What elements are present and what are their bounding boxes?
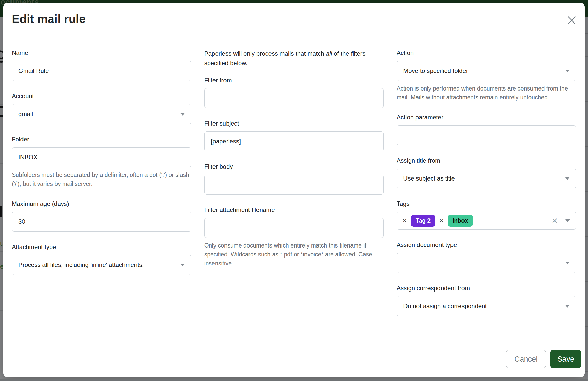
maximum-age-label: Maximum age (days) bbox=[12, 200, 191, 208]
assign-correspondent-from-select[interactable]: Do not assign a correspondent bbox=[397, 296, 576, 316]
edit-mail-rule-dialog: Edit mail rule Name Account gmail bbox=[3, 3, 585, 377]
cancel-button[interactable]: Cancel bbox=[506, 350, 546, 368]
clear-tags-button[interactable]: × bbox=[552, 216, 558, 226]
field-filter-body: Filter body bbox=[204, 163, 384, 195]
filters-intro-text: Paperless will only process mails that m… bbox=[204, 49, 384, 68]
background-page-right-edge bbox=[585, 17, 588, 379]
assign-document-type-select[interactable] bbox=[397, 253, 576, 273]
filter-attachment-filename-help-text: Only consume documents which entirely ma… bbox=[204, 241, 384, 268]
name-label: Name bbox=[12, 49, 191, 57]
remove-tag-button[interactable]: × bbox=[402, 217, 408, 225]
assign-correspondent-from-label: Assign correspondent from bbox=[397, 284, 576, 292]
filter-from-label: Filter from bbox=[204, 76, 384, 84]
action-parameter-label: Action parameter bbox=[397, 113, 576, 121]
field-attachment-type: Attachment type Process all files, inclu… bbox=[12, 243, 191, 275]
field-assign-correspondent-from: Assign correspondent from Do not assign … bbox=[397, 284, 576, 316]
tags-label: Tags bbox=[397, 200, 576, 208]
chevron-down-icon bbox=[180, 113, 185, 116]
close-button[interactable] bbox=[566, 15, 577, 26]
filter-from-input[interactable] bbox=[204, 88, 384, 108]
dialog-title: Edit mail rule bbox=[12, 12, 576, 26]
close-icon bbox=[567, 15, 576, 26]
chevron-down-icon bbox=[180, 264, 185, 266]
field-tags: Tags ×Tag 2×Inbox × bbox=[397, 200, 576, 230]
folder-label: Folder bbox=[12, 135, 191, 143]
filter-subject-label: Filter subject bbox=[204, 119, 384, 128]
background-page-left-edge: g C ld u e bbox=[0, 17, 3, 379]
dialog-body: Name Account gmail Folder Subfolders mus… bbox=[3, 38, 585, 341]
field-assign-document-type: Assign document type bbox=[397, 241, 576, 273]
tags-selected: ×Tag 2×Inbox bbox=[402, 215, 473, 227]
chevron-down-icon bbox=[565, 219, 570, 222]
chevron-down-icon bbox=[565, 177, 570, 180]
filter-attachment-filename-label: Filter attachment filename bbox=[204, 206, 384, 214]
folder-help-text: Subfolders must be separated by a delimi… bbox=[12, 171, 191, 188]
action-help-text: Action is only performed when documents … bbox=[397, 84, 576, 102]
action-label: Action bbox=[397, 49, 576, 57]
dialog-footer: Cancel Save bbox=[3, 341, 585, 377]
field-filter-attachment-filename: Filter attachment filename Only consume … bbox=[204, 206, 384, 268]
account-selected-value: gmail bbox=[18, 110, 33, 118]
chevron-down-icon bbox=[565, 70, 570, 72]
attachment-type-label: Attachment type bbox=[12, 243, 191, 251]
field-folder: Folder Subfolders must be separated by a… bbox=[12, 135, 191, 188]
field-action-parameter: Action parameter bbox=[397, 113, 576, 145]
folder-input[interactable] bbox=[12, 147, 191, 167]
action-parameter-input[interactable] bbox=[397, 125, 576, 145]
assign-title-from-select[interactable]: Use subject as title bbox=[397, 169, 576, 188]
name-input[interactable] bbox=[12, 61, 191, 81]
assign-correspondent-from-selected-value: Do not assign a correspondent bbox=[403, 302, 487, 310]
tag-badge: Tag 2 bbox=[411, 215, 435, 227]
tag-badge: Inbox bbox=[448, 215, 473, 227]
column-action: Action Move to specified folder Action i… bbox=[397, 49, 576, 341]
column-general: Name Account gmail Folder Subfolders mus… bbox=[12, 49, 191, 341]
assign-document-type-label: Assign document type bbox=[397, 241, 576, 249]
filter-body-label: Filter body bbox=[204, 163, 384, 171]
field-assign-title-from: Assign title from Use subject as title bbox=[397, 156, 576, 188]
background-page-bottom-edge bbox=[0, 379, 588, 381]
account-label: Account bbox=[12, 92, 191, 100]
field-action: Action Move to specified folder Action i… bbox=[397, 49, 576, 102]
chevron-down-icon bbox=[565, 262, 570, 264]
field-filter-subject: Filter subject bbox=[204, 119, 384, 151]
chevron-down-icon bbox=[565, 305, 570, 308]
filter-attachment-filename-input[interactable] bbox=[204, 218, 384, 238]
field-filter-from: Filter from bbox=[204, 76, 384, 108]
filter-subject-input[interactable] bbox=[204, 131, 384, 151]
column-filters: Paperless will only process mails that m… bbox=[204, 49, 384, 341]
field-account: Account gmail bbox=[12, 92, 191, 124]
field-name: Name bbox=[12, 49, 191, 81]
maximum-age-input[interactable] bbox=[12, 212, 191, 232]
save-button[interactable]: Save bbox=[550, 350, 581, 368]
action-select[interactable]: Move to specified folder bbox=[397, 61, 576, 81]
filter-body-input[interactable] bbox=[204, 175, 384, 195]
attachment-type-selected-value: Process all files, including 'inline' at… bbox=[18, 261, 144, 268]
dialog-header: Edit mail rule bbox=[3, 3, 585, 38]
account-select[interactable]: gmail bbox=[12, 104, 191, 124]
assign-title-from-label: Assign title from bbox=[397, 156, 576, 165]
action-selected-value: Move to specified folder bbox=[403, 67, 468, 74]
field-maximum-age: Maximum age (days) bbox=[12, 200, 191, 232]
tags-controls: × bbox=[552, 216, 570, 226]
attachment-type-select[interactable]: Process all files, including 'inline' at… bbox=[12, 255, 191, 275]
remove-tag-button[interactable]: × bbox=[439, 217, 444, 225]
tags-select[interactable]: ×Tag 2×Inbox × bbox=[397, 212, 576, 230]
assign-title-from-selected-value: Use subject as title bbox=[403, 175, 455, 182]
